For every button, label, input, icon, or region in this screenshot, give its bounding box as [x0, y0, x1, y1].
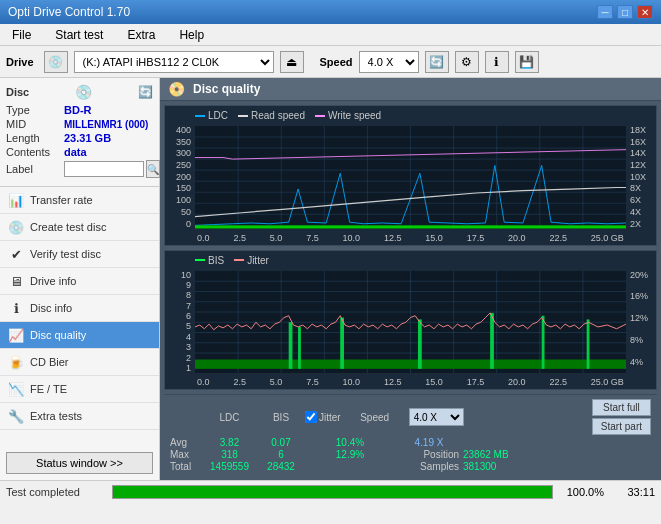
eject-icon[interactable]: ⏏ [280, 51, 304, 73]
menu-extra[interactable]: Extra [119, 26, 163, 44]
label-label: Label [6, 163, 64, 175]
max-bis: 6 [261, 449, 301, 460]
start-full-button[interactable]: Start full [592, 399, 651, 416]
samples-label: Samples [399, 461, 459, 472]
settings-icon[interactable]: ⚙ [455, 51, 479, 73]
progress-status-text: Test completed [6, 486, 106, 498]
bis-legend-label: BIS [208, 255, 224, 266]
avg-jitter: 10.4% [305, 437, 395, 448]
menu-help[interactable]: Help [171, 26, 212, 44]
label-btn[interactable]: 🔍 [146, 160, 160, 178]
stats-bis-header: BIS [261, 412, 301, 423]
extra-tests-label: Extra tests [30, 410, 82, 422]
close-button[interactable]: ✕ [637, 5, 653, 19]
start-part-button[interactable]: Start part [592, 418, 651, 435]
menu-file[interactable]: File [4, 26, 39, 44]
cd-bier-icon: 🍺 [8, 354, 24, 370]
write-speed-legend-dot [315, 115, 325, 117]
svg-rect-37 [289, 322, 293, 369]
sidebar-item-cd-bier[interactable]: 🍺 CD Bier [0, 349, 159, 376]
drive-info-icon: 🖥 [8, 273, 24, 289]
ldc-chart-legend: LDC Read speed Write speed [195, 110, 381, 121]
transfer-rate-icon: 📊 [8, 192, 24, 208]
max-ldc: 318 [202, 449, 257, 460]
bis-legend-dot [195, 259, 205, 261]
avg-ldc: 3.82 [202, 437, 257, 448]
content-area: 📀 Disc quality LDC Read speed [160, 78, 661, 480]
status-window-btn[interactable]: Status window >> [6, 452, 153, 474]
sidebar-item-create-test-disc[interactable]: 💿 Create test disc [0, 214, 159, 241]
chart2-svg [195, 271, 626, 374]
stats-area: LDC BIS Jitter Speed 4.0 X Start full St… [164, 394, 657, 476]
disc-panel-icon: 💿 [75, 84, 92, 100]
disc-quality-title: Disc quality [193, 82, 260, 96]
svg-rect-36 [195, 359, 626, 368]
sidebar-item-drive-info[interactable]: 🖥 Drive info [0, 268, 159, 295]
stats-ldc-header: LDC [202, 412, 257, 423]
disc-quality-label: Disc quality [30, 329, 86, 341]
speed-select[interactable]: 4.0 X [359, 51, 419, 73]
ldc-legend-item: LDC [195, 110, 228, 121]
chart1-y-left: 400 350 300 250 200 150 100 50 0 [165, 126, 193, 229]
ldc-chart-wrapper: LDC Read speed Write speed 400 350 30 [164, 105, 657, 246]
menu-start-test[interactable]: Start test [47, 26, 111, 44]
sidebar-item-disc-quality[interactable]: 📈 Disc quality [0, 322, 159, 349]
drive-select[interactable]: (K:) ATAPI iHBS112 2 CL0K [74, 51, 274, 73]
jitter-legend-dot [234, 259, 244, 261]
sidebar-item-disc-info[interactable]: ℹ Disc info [0, 295, 159, 322]
window-controls: ─ □ ✕ [597, 5, 653, 19]
drive-bar: Drive 💿 (K:) ATAPI iHBS112 2 CL0K ⏏ Spee… [0, 46, 661, 78]
jitter-checkbox-row: Jitter [305, 411, 341, 423]
stats-speed-select[interactable]: 4.0 X [409, 408, 464, 426]
chart-container: LDC Read speed Write speed 400 350 30 [160, 101, 661, 480]
sidebar-item-transfer-rate[interactable]: 📊 Transfer rate [0, 187, 159, 214]
maximize-button[interactable]: □ [617, 5, 633, 19]
disc-refresh-icon[interactable]: 🔄 [138, 85, 153, 99]
total-bis: 28432 [261, 461, 301, 472]
max-jitter: 12.9% [305, 449, 395, 460]
sidebar-item-verify-test-disc[interactable]: ✔ Verify test disc [0, 241, 159, 268]
sidebar-item-extra-tests[interactable]: 🔧 Extra tests [0, 403, 159, 430]
type-value: BD-R [64, 104, 92, 116]
svg-rect-42 [542, 315, 545, 368]
title-bar: Opti Drive Control 1.70 ─ □ ✕ [0, 0, 661, 24]
svg-rect-38 [298, 326, 301, 368]
jitter-checkbox[interactable] [305, 411, 317, 423]
avg-bis: 0.07 [261, 437, 301, 448]
svg-rect-17 [195, 225, 626, 228]
disc-panel: Disc 💿 🔄 Type BD-R MID MILLENMR1 (000) L… [0, 78, 159, 187]
progress-bar [113, 486, 552, 498]
progress-area: Test completed 100.0% 33:11 [0, 480, 661, 502]
mid-value: MILLENMR1 (000) [64, 119, 148, 130]
position-value: 23862 MB [463, 449, 528, 460]
stats-speed-header: Speed [345, 412, 405, 423]
chart2-y-right: 20% 16% 12% 8% 4% [628, 271, 656, 374]
save-icon[interactable]: 💾 [515, 51, 539, 73]
progress-percent: 100.0% [559, 486, 604, 498]
drive-label: Drive [6, 56, 34, 68]
samples-value: 381300 [463, 461, 528, 472]
bis-legend-item: BIS [195, 255, 224, 266]
disc-section-title: Disc [6, 86, 29, 98]
ldc-legend-label: LDC [208, 110, 228, 121]
refresh-icon[interactable]: 🔄 [425, 51, 449, 73]
chart2-y-left: 10 9 8 7 6 5 4 3 2 1 [165, 271, 193, 374]
info-icon2[interactable]: ℹ [485, 51, 509, 73]
create-test-disc-label: Create test disc [30, 221, 106, 233]
total-ldc: 1459559 [202, 461, 257, 472]
avg-speed: 4.19 X [399, 437, 459, 448]
chart2-x-labels: 0.0 2.5 5.0 7.5 10.0 12.5 15.0 17.5 20.0… [195, 378, 626, 387]
label-input[interactable] [64, 161, 144, 177]
sidebar-item-fe-te[interactable]: 📉 FE / TE [0, 376, 159, 403]
minimize-button[interactable]: ─ [597, 5, 613, 19]
app-title: Opti Drive Control 1.70 [8, 5, 130, 19]
action-buttons: Start full Start part [592, 399, 651, 435]
mid-label: MID [6, 118, 64, 130]
total-label: Total [170, 461, 198, 472]
disc-info-icon: ℹ [8, 300, 24, 316]
disc-quality-header-icon: 📀 [168, 81, 185, 97]
jitter-check-label: Jitter [319, 412, 341, 423]
speed-label: Speed [320, 56, 353, 68]
chart1-y-right: 18X 16X 14X 12X 10X 8X 6X 4X 2X [628, 126, 656, 229]
extra-tests-icon: 🔧 [8, 408, 24, 424]
